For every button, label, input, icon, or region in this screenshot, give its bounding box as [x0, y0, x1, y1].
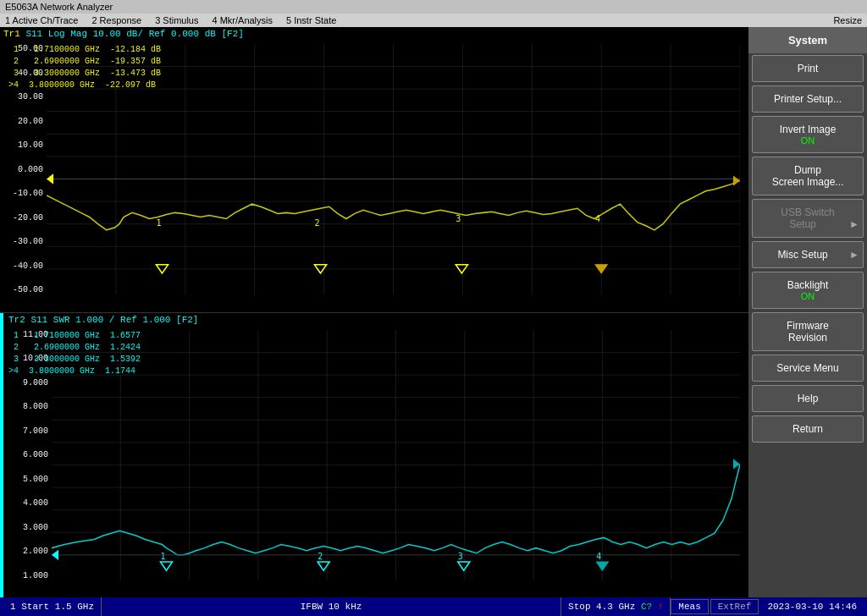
- svg-text:3: 3: [456, 214, 461, 223]
- status-indicator: C?: [641, 602, 652, 612]
- firmware-revision-label: FirmwareRevision: [787, 320, 829, 344]
- sidebar-title: System: [748, 27, 867, 53]
- svg-text:2: 2: [318, 551, 323, 560]
- bottom-chart-params: S11 SWR 1.000 / Ref 1.000 [F2]: [30, 315, 198, 325]
- printer-setup-button[interactable]: Printer Setup...: [752, 85, 864, 113]
- sidebar: System Print Printer Setup... Invert Ima…: [748, 27, 867, 597]
- usb-switch-arrow: ►: [849, 218, 859, 230]
- status-stop-text: Stop 4.3 GHz: [568, 602, 635, 612]
- resize-button[interactable]: Resize: [833, 15, 862, 25]
- menu-bar: 1 Active Ch/Trace 2 Response 3 Stimulus …: [0, 14, 867, 27]
- usb-switch-label: USB SwitchSetup: [781, 206, 834, 230]
- menu-item-active-ch[interactable]: 1 Active Ch/Trace: [5, 15, 78, 25]
- svg-marker-55: [458, 562, 470, 570]
- status-meas[interactable]: Meas: [671, 599, 708, 614]
- invert-image-button[interactable]: Invert Image ON: [752, 116, 864, 153]
- status-ifbw: IFBW 10 kHz: [102, 597, 561, 616]
- menu-item-response[interactable]: 2 Response: [91, 15, 141, 25]
- status-extref: ExtRef: [710, 599, 759, 614]
- top-chart-header: Tr1 S11 Log Mag 10.00 dB/ Ref 0.000 dB […: [0, 27, 748, 41]
- service-menu-label: Service Menu: [776, 362, 838, 374]
- bottom-chart-header: Tr2 S11 SWR 1.000 / Ref 1.000 [F2]: [5, 313, 748, 327]
- usb-switch-button[interactable]: USB SwitchSetup ►: [752, 199, 864, 238]
- chart-area: Tr1 S11 Log Mag 10.00 dB/ Ref 0.000 dB […: [0, 27, 748, 597]
- status-ifbw-text: IFBW 10 kHz: [301, 602, 362, 612]
- misc-setup-button[interactable]: Misc Setup ►: [752, 241, 864, 268]
- main-area: Tr1 S11 Log Mag 10.00 dB/ Ref 0.000 dB […: [0, 27, 867, 597]
- top-chart-trace: Tr1: [3, 29, 20, 39]
- bottom-chart: Tr2 S11 SWR 1.000 / Ref 1.000 [F2] 11.00…: [0, 313, 748, 598]
- title-bar: E5063A Network Analyzer: [0, 0, 867, 14]
- svg-text:1: 1: [160, 551, 165, 560]
- svg-text:4: 4: [596, 551, 601, 560]
- dump-screen-label: DumpScreen Image...: [772, 164, 844, 188]
- help-button[interactable]: Help: [752, 385, 864, 412]
- print-button[interactable]: Print: [752, 55, 864, 82]
- bottom-chart-svg: 1 2 3 4: [52, 330, 740, 581]
- return-button[interactable]: Return: [752, 415, 864, 443]
- svg-text:4: 4: [595, 214, 600, 223]
- invert-image-state: ON: [756, 135, 859, 146]
- svg-marker-53: [160, 562, 172, 570]
- backlight-button[interactable]: Backlight ON: [752, 272, 864, 309]
- bottom-chart-canvas: 1 2 3 4: [52, 330, 740, 581]
- menu-item-stimulus[interactable]: 3 Stimulus: [155, 15, 198, 25]
- firmware-revision-button[interactable]: FirmwareRevision: [752, 312, 864, 351]
- top-chart-svg: 1 2 3 4: [47, 44, 740, 295]
- status-start-text: 1 Start 1.5 GHz: [10, 602, 94, 612]
- invert-image-label: Invert Image: [780, 124, 837, 135]
- dump-screen-button[interactable]: DumpScreen Image...: [752, 157, 864, 195]
- svg-text:3: 3: [458, 551, 463, 560]
- svg-marker-56: [596, 562, 608, 570]
- menu-item-instr[interactable]: 5 Instr State: [286, 15, 336, 25]
- service-menu-button[interactable]: Service Menu: [752, 355, 864, 382]
- bottom-chart-trace: Tr2: [8, 315, 25, 325]
- svg-marker-54: [318, 562, 329, 570]
- misc-setup-arrow: ►: [849, 249, 859, 261]
- title-text: E5063A Network Analyzer: [5, 2, 113, 12]
- status-bar: 1 Start 1.5 GHz IFBW 10 kHz Stop 4.3 GHz…: [0, 597, 867, 616]
- top-chart: Tr1 S11 Log Mag 10.00 dB/ Ref 0.000 dB […: [0, 27, 748, 313]
- svg-text:2: 2: [314, 218, 319, 228]
- svg-text:1: 1: [156, 218, 161, 228]
- backlight-state: ON: [756, 291, 859, 301]
- svg-marker-21: [47, 173, 53, 184]
- svg-marker-51: [52, 549, 58, 559]
- status-datetime: 2023-03-10 14:46: [760, 600, 864, 613]
- active-trace-indicator: [0, 313, 3, 598]
- backlight-label: Backlight: [787, 279, 829, 291]
- misc-setup-label: Misc Setup: [777, 249, 827, 261]
- menu-item-mkr[interactable]: 4 Mkr/Analysis: [212, 15, 273, 25]
- status-start: 1 Start 1.5 GHz: [3, 597, 102, 616]
- svg-marker-22: [733, 175, 740, 185]
- top-chart-canvas: 1 2 3 4: [47, 44, 740, 295]
- status-stop: Stop 4.3 GHz C? !: [561, 597, 671, 616]
- top-chart-params: S11 Log Mag 10.00 dB/ Ref 0.000 dB [F2]: [25, 29, 243, 39]
- status-warning: !: [658, 602, 664, 612]
